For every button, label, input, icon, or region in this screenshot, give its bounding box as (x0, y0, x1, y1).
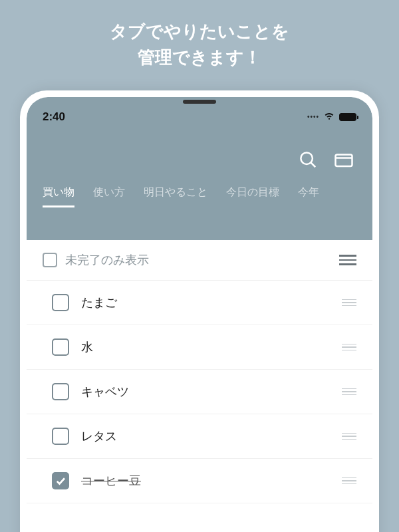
svg-line-1 (311, 162, 315, 167)
toolbar (27, 130, 372, 186)
item-label: レタス (81, 428, 117, 444)
status-icons: •••• (307, 109, 356, 124)
svg-rect-2 (336, 155, 352, 167)
search-icon[interactable] (298, 150, 318, 172)
item-checkbox[interactable] (52, 383, 69, 400)
item-checkbox[interactable] (52, 428, 69, 445)
tab-today-goal[interactable]: 今日の目標 (226, 186, 279, 207)
item-label: たまご (81, 295, 117, 311)
item-checkbox[interactable] (52, 338, 69, 356)
item-checkbox[interactable] (52, 294, 69, 311)
menu-icon[interactable] (339, 255, 356, 265)
list-item[interactable]: レタス (27, 414, 372, 459)
drag-handle-icon[interactable] (342, 433, 356, 440)
battery-icon (339, 113, 356, 121)
filter-label: 未完了のみ表示 (65, 252, 149, 268)
tab-tomorrow[interactable]: 明日やること (144, 186, 207, 207)
item-label: 水 (81, 339, 93, 355)
filter-bar: 未完了のみ表示 (27, 240, 372, 281)
tab-this-year[interactable]: 今年 (298, 186, 319, 207)
drag-handle-icon[interactable] (342, 477, 356, 485)
list-item[interactable]: たまご (27, 281, 372, 325)
promo-line1: タブでやりたいことを (13, 19, 386, 45)
item-label: コーヒー豆 (81, 473, 141, 489)
tablet-screen: 2:40 •••• (27, 97, 372, 532)
wifi-icon (323, 109, 335, 124)
list-item[interactable]: コーヒー豆 (27, 459, 372, 503)
item-checkbox[interactable] (52, 472, 69, 489)
item-label: キャベツ (81, 384, 129, 400)
status-time: 2:40 (43, 110, 65, 124)
tabs: 買い物 使い方 明日やること 今日の目標 今年 (27, 186, 372, 207)
folder-icon[interactable] (334, 150, 354, 172)
tab-shopping[interactable]: 買い物 (43, 186, 74, 207)
promo-heading: タブでやりたいことを 管理できます！ (0, 0, 399, 90)
drag-handle-icon[interactable] (342, 388, 356, 396)
tab-howto[interactable]: 使い方 (93, 186, 125, 207)
app-header: 2:40 •••• (27, 97, 372, 240)
drag-handle-icon[interactable] (342, 299, 356, 307)
cellular-icon: •••• (307, 113, 319, 120)
todo-list: たまご 水 キャベツ (27, 281, 372, 503)
drag-handle-icon[interactable] (342, 344, 356, 351)
promo-line2: 管理できます！ (13, 45, 386, 70)
notch (183, 100, 216, 104)
filter-left: 未完了のみ表示 (43, 252, 149, 268)
list-item[interactable]: キャベツ (27, 370, 372, 414)
filter-checkbox[interactable] (43, 253, 57, 267)
tablet-frame: 2:40 •••• (20, 90, 379, 532)
list-item[interactable]: 水 (27, 325, 372, 370)
svg-point-0 (301, 152, 313, 164)
